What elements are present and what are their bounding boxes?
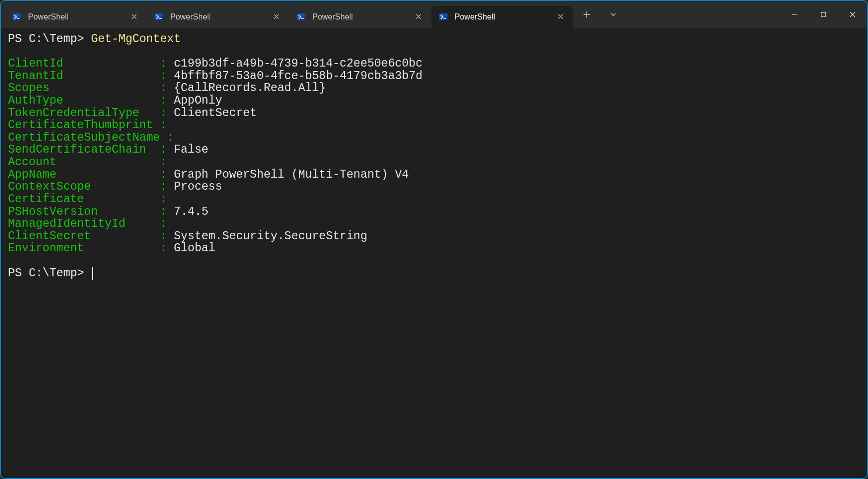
tab-strip: PowerShell PowerShell PowerShell PowerSh…	[1, 1, 574, 28]
tab-powershell[interactable]: PowerShell	[431, 6, 573, 28]
output-row: ClientId : c199b3df-a49b-4739-b314-c2ee5…	[8, 58, 860, 70]
chevron-down-icon	[610, 11, 617, 18]
svg-rect-3	[155, 14, 164, 20]
svg-rect-1	[13, 14, 22, 20]
tab-dropdown-button[interactable]	[603, 6, 623, 23]
output-property-name: CertificateThumbprint	[8, 119, 160, 132]
close-window-button[interactable]	[838, 1, 867, 28]
output-property-name: Scopes	[8, 82, 160, 95]
prompt-text: PS C:\Temp>	[8, 33, 91, 46]
output-property-value: AppOnly	[174, 94, 222, 107]
maximize-button[interactable]	[809, 1, 838, 28]
output-colon: :	[160, 230, 174, 243]
output-colon: :	[160, 217, 174, 230]
output-colon: :	[160, 94, 174, 107]
output-property-name: AppName	[8, 168, 160, 181]
powershell-icon	[12, 12, 22, 22]
output-row: AppName : Graph PowerShell (Multi-Tenant…	[8, 169, 860, 181]
output-row: Environment : Global	[8, 242, 860, 255]
command-line: PS C:\Temp> Get-MgContext	[8, 33, 860, 46]
output-row: TokenCredentialType : ClientSecret	[8, 107, 860, 120]
tab-title: PowerShell	[170, 13, 270, 22]
output-property-name: Environment	[8, 242, 160, 255]
minimize-icon	[791, 12, 797, 18]
output-property-name: ClientSecret	[8, 230, 160, 243]
window-controls	[780, 1, 867, 28]
tab-powershell[interactable]: PowerShell	[5, 6, 146, 28]
output-property-value: 7.4.5	[174, 205, 208, 218]
output-colon: :	[160, 57, 174, 70]
output-colon: :	[160, 70, 174, 83]
output-property-value: System.Security.SecureString	[174, 230, 367, 243]
output-property-name: TenantId	[8, 70, 160, 83]
minimize-button[interactable]	[780, 1, 809, 28]
blank-line	[8, 255, 860, 267]
terminal-window: PowerShell PowerShell PowerShell PowerSh…	[0, 0, 868, 479]
output-colon: :	[167, 131, 181, 144]
output-colon: :	[160, 82, 174, 95]
output-colon: :	[160, 242, 174, 255]
powershell-icon	[439, 12, 449, 22]
output-property-name: ManagedIdentityId	[8, 217, 160, 230]
blank-line	[8, 46, 860, 58]
svg-rect-5	[297, 14, 306, 20]
tab-title: PowerShell	[312, 13, 412, 22]
output-colon: :	[160, 156, 174, 169]
output-property-name: ClientId	[8, 57, 160, 70]
close-icon	[849, 12, 855, 18]
output-row: TenantId : 4bffbf87-53a0-4fce-b58b-4179c…	[8, 70, 860, 83]
output-property-name: PSHostVersion	[8, 205, 160, 218]
output-row: Scopes : {CallRecords.Read.All}	[8, 82, 860, 95]
output-colon: :	[160, 143, 174, 156]
titlebar: PowerShell PowerShell PowerShell PowerSh…	[1, 1, 867, 28]
output-colon: :	[160, 205, 174, 218]
output-property-value: Process	[174, 180, 222, 193]
output-row: CertificateSubjectName :	[8, 132, 860, 144]
output-property-name: Certificate	[8, 193, 160, 206]
output-colon: :	[160, 119, 174, 132]
separator	[600, 9, 600, 20]
close-icon	[558, 13, 564, 22]
output-property-value: False	[174, 143, 208, 156]
output-property-value: Graph PowerShell (Multi-Tenant) V4	[174, 168, 408, 181]
tab-close-button[interactable]	[270, 11, 282, 23]
close-icon	[415, 13, 421, 22]
tab-close-button[interactable]	[128, 11, 140, 23]
tab-title: PowerShell	[455, 13, 555, 22]
output-property-name: ContextScope	[8, 180, 160, 193]
new-tab-button[interactable]	[577, 6, 597, 23]
prompt-text: PS C:\Temp>	[8, 267, 91, 280]
output-row: SendCertificateChain : False	[8, 144, 860, 156]
tab-close-button[interactable]	[412, 11, 424, 23]
cursor	[92, 267, 93, 280]
output-row: ManagedIdentityId :	[8, 218, 860, 230]
tab-close-button[interactable]	[555, 11, 567, 23]
tab-powershell[interactable]: PowerShell	[289, 6, 430, 28]
output-property-name: TokenCredentialType	[8, 107, 160, 120]
output-row: Account :	[8, 156, 860, 169]
maximize-icon	[820, 12, 826, 18]
output-property-name: AuthType	[8, 94, 160, 107]
svg-rect-8	[821, 13, 826, 17]
terminal-viewport[interactable]: PS C:\Temp> Get-MgContextClientId : c199…	[1, 28, 867, 478]
output-property-value: c199b3df-a49b-4739-b314-c2ee50e6c0bc	[174, 57, 422, 70]
output-property-value: Global	[174, 242, 215, 255]
powershell-icon	[296, 12, 306, 22]
output-property-value: ClientSecret	[174, 107, 257, 120]
output-row: ContextScope : Process	[8, 181, 860, 193]
plus-icon	[583, 11, 590, 18]
output-colon: :	[160, 168, 174, 181]
close-icon	[131, 13, 137, 22]
command-text: Get-MgContext	[91, 33, 181, 46]
output-row: PSHostVersion : 7.4.5	[8, 206, 860, 218]
output-colon: :	[160, 193, 174, 206]
output-property-name: SendCertificateChain	[8, 143, 160, 156]
output-property-value: {CallRecords.Read.All}	[174, 82, 326, 95]
output-property-name: Account	[8, 156, 160, 169]
tab-powershell[interactable]: PowerShell	[147, 6, 288, 28]
output-row: Certificate :	[8, 193, 860, 206]
output-colon: :	[160, 107, 174, 120]
output-colon: :	[160, 180, 174, 193]
output-row: ClientSecret : System.Security.SecureStr…	[8, 230, 860, 243]
prompt-line: PS C:\Temp>	[8, 267, 860, 280]
